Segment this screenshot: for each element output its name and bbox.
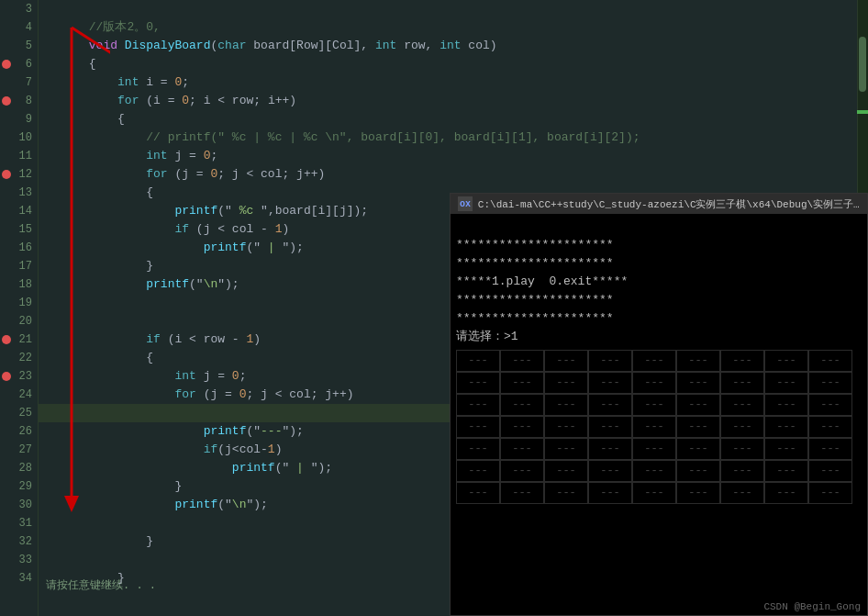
grid-cell: --- [632, 482, 676, 504]
grid-cell: --- [808, 416, 852, 438]
grid-cell: --- [500, 460, 544, 482]
terminal-window: ox C:\dai-ma\CC++study\C_study-azoezi\C实… [450, 193, 868, 616]
grid-cell: --- [500, 482, 544, 504]
grid-cell: --- [456, 482, 500, 504]
line-11: 11 [0, 147, 38, 165]
line-20: 20 [0, 312, 38, 330]
grid-cell: --- [544, 372, 588, 394]
grid-cell: --- [764, 438, 808, 460]
code-line-11: for (j = 0; j < col; j++) [39, 147, 868, 165]
grid-cell: --- [764, 372, 808, 394]
code-line-7: for (i = 0; i < row; i++) [39, 73, 868, 92]
grid-cell: --- [456, 416, 500, 438]
grid-cell: --- [456, 394, 500, 416]
grid-cell: --- [720, 438, 764, 460]
grid-cell: --- [632, 372, 676, 394]
grid-cell: --- [676, 482, 720, 504]
grid-cell: --- [764, 416, 808, 438]
grid-cell: --- [500, 372, 544, 394]
grid-cell: --- [720, 372, 764, 394]
line-3: 3 [0, 0, 38, 18]
grid-cell: --- [588, 438, 632, 460]
grid-cell: --- [632, 416, 676, 438]
grid-cell: --- [676, 350, 720, 372]
terminal-line-5: ********************** [456, 311, 614, 325]
grid-cell: --- [808, 438, 852, 460]
line-32: 32 [0, 532, 38, 551]
line-18: 18 [0, 275, 38, 294]
line-12: 12 [0, 165, 38, 184]
grid-cell: --- [632, 350, 676, 372]
grid-cell: --- [720, 416, 764, 438]
line-numbers: 3 4 5 6 7 8 9 10 11 12 13 14 15 16 17 18… [0, 0, 39, 616]
grid-cell: --- [720, 482, 764, 504]
grid-cell: --- [720, 350, 764, 372]
code-line-3: //版本2。0, [39, 0, 868, 18]
grid-cell: --- [720, 394, 764, 416]
terminal-title-text: C:\dai-ma\CC++study\C_study-azoezi\C实例三子… [478, 197, 860, 211]
grid-cell: --- [764, 350, 808, 372]
terminal-line-2: ********************** [456, 256, 614, 270]
code-line-10: int j = 0; [39, 129, 868, 147]
line-14: 14 [0, 202, 38, 220]
grid-cell: --- [588, 372, 632, 394]
grid-cell: --- [632, 460, 676, 482]
grid-cell: --- [500, 394, 544, 416]
grid-cell: --- [764, 394, 808, 416]
code-line-9: // printf(" %c | %c | %c \n", board[i][0… [39, 110, 868, 129]
grid-cell: --- [808, 394, 852, 416]
line-34: 34 [0, 569, 38, 588]
grid-cell: --- [764, 460, 808, 482]
grid-cell: --- [808, 350, 852, 372]
code-line-8: { [39, 92, 868, 110]
grid-cell: --- [808, 372, 852, 394]
grid-cell: --- [500, 438, 544, 460]
grid-cell: --- [632, 438, 676, 460]
grid-cell: --- [676, 460, 720, 482]
csdn-watermark: CSDN @Begin_Gong [763, 601, 861, 612]
line-24: 24 [0, 386, 38, 404]
line-21: 21 [0, 330, 38, 349]
code-line-12: { [39, 165, 868, 184]
grid-cell: --- [676, 394, 720, 416]
grid-cell: --- [676, 416, 720, 438]
grid-cell: --- [588, 350, 632, 372]
grid-cell: --- [544, 460, 588, 482]
line-29: 29 [0, 477, 38, 496]
line-19: 19 [0, 294, 38, 312]
code-line-6: int i = 0; [39, 55, 868, 73]
terminal-line-1: ********************** [456, 238, 614, 252]
code-line-4: void DispalyBoard(char board[Row][Col], … [39, 18, 868, 37]
terminal-grid: ----------------------------------------… [456, 350, 862, 504]
grid-cell: --- [456, 350, 500, 372]
grid-cell: --- [500, 416, 544, 438]
line-10: 10 [0, 129, 38, 147]
grid-cell: --- [588, 416, 632, 438]
grid-cell: --- [544, 350, 588, 372]
grid-cell: --- [544, 416, 588, 438]
line-16: 16 [0, 239, 38, 257]
terminal-prompt: 请选择：>1 [456, 330, 518, 343]
line-30: 30 [0, 496, 38, 514]
line-6: 6 [0, 55, 38, 73]
line-15: 15 [0, 220, 38, 239]
line-13: 13 [0, 184, 38, 202]
grid-cell: --- [808, 460, 852, 482]
scroll-indicator-1 [857, 110, 868, 114]
editor-container: 3 4 5 6 7 8 9 10 11 12 13 14 15 16 17 18… [0, 0, 868, 616]
line-22: 22 [0, 349, 38, 367]
scrollbar-thumb[interactable] [859, 37, 866, 92]
terminal-body[interactable]: ********************** *****************… [451, 214, 867, 615]
terminal-line-4: ********************** [456, 293, 614, 307]
grid-cell: --- [456, 372, 500, 394]
line-7: 7 [0, 73, 38, 92]
line-5: 5 [0, 37, 38, 55]
grid-cell: --- [632, 394, 676, 416]
grid-cell: --- [720, 460, 764, 482]
grid-cell: --- [808, 482, 852, 504]
code-line-5: { [39, 37, 868, 55]
terminal-icon: ox [458, 196, 473, 211]
grid-cell: --- [588, 482, 632, 504]
line-27: 27 [0, 441, 38, 459]
line-25: 25 [0, 404, 38, 422]
